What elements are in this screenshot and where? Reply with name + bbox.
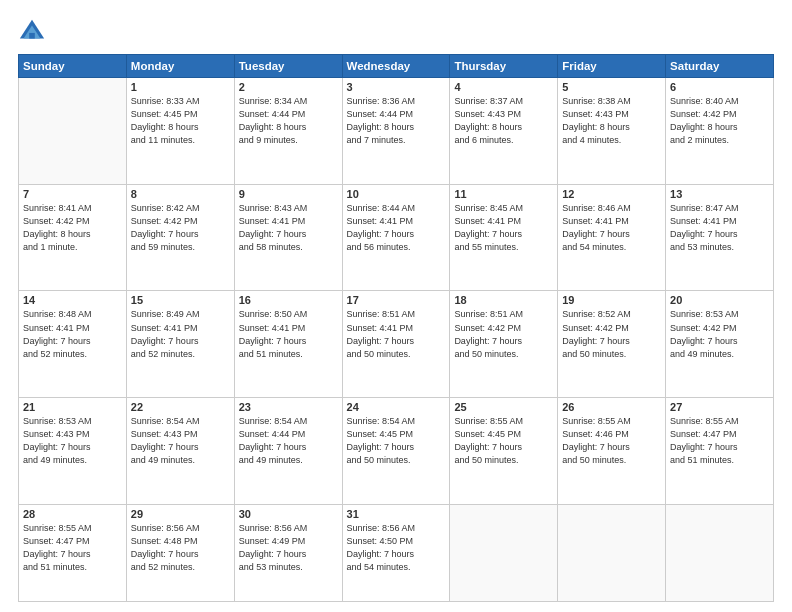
day-number: 4 xyxy=(454,81,553,93)
calendar-cell: 16Sunrise: 8:50 AM Sunset: 4:41 PM Dayli… xyxy=(234,291,342,398)
calendar-cell: 6Sunrise: 8:40 AM Sunset: 4:42 PM Daylig… xyxy=(666,78,774,185)
day-number: 15 xyxy=(131,294,230,306)
calendar-week-row: 28Sunrise: 8:55 AM Sunset: 4:47 PM Dayli… xyxy=(19,504,774,601)
day-info: Sunrise: 8:33 AM Sunset: 4:45 PM Dayligh… xyxy=(131,95,230,147)
page: SundayMondayTuesdayWednesdayThursdayFrid… xyxy=(0,0,792,612)
day-number: 9 xyxy=(239,188,338,200)
calendar-week-row: 7Sunrise: 8:41 AM Sunset: 4:42 PM Daylig… xyxy=(19,184,774,291)
day-info: Sunrise: 8:51 AM Sunset: 4:41 PM Dayligh… xyxy=(347,308,446,360)
calendar-cell: 28Sunrise: 8:55 AM Sunset: 4:47 PM Dayli… xyxy=(19,504,127,601)
day-number: 27 xyxy=(670,401,769,413)
calendar-cell: 5Sunrise: 8:38 AM Sunset: 4:43 PM Daylig… xyxy=(558,78,666,185)
day-info: Sunrise: 8:54 AM Sunset: 4:45 PM Dayligh… xyxy=(347,415,446,467)
weekday-header: Sunday xyxy=(19,55,127,78)
calendar-cell: 2Sunrise: 8:34 AM Sunset: 4:44 PM Daylig… xyxy=(234,78,342,185)
day-info: Sunrise: 8:50 AM Sunset: 4:41 PM Dayligh… xyxy=(239,308,338,360)
calendar-cell: 23Sunrise: 8:54 AM Sunset: 4:44 PM Dayli… xyxy=(234,398,342,505)
calendar-cell xyxy=(558,504,666,601)
calendar-cell: 15Sunrise: 8:49 AM Sunset: 4:41 PM Dayli… xyxy=(126,291,234,398)
day-info: Sunrise: 8:53 AM Sunset: 4:43 PM Dayligh… xyxy=(23,415,122,467)
calendar-cell: 17Sunrise: 8:51 AM Sunset: 4:41 PM Dayli… xyxy=(342,291,450,398)
calendar-cell: 18Sunrise: 8:51 AM Sunset: 4:42 PM Dayli… xyxy=(450,291,558,398)
day-info: Sunrise: 8:40 AM Sunset: 4:42 PM Dayligh… xyxy=(670,95,769,147)
day-number: 3 xyxy=(347,81,446,93)
day-number: 5 xyxy=(562,81,661,93)
svg-rect-2 xyxy=(29,33,35,39)
day-info: Sunrise: 8:56 AM Sunset: 4:50 PM Dayligh… xyxy=(347,522,446,574)
calendar-cell: 22Sunrise: 8:54 AM Sunset: 4:43 PM Dayli… xyxy=(126,398,234,505)
day-number: 20 xyxy=(670,294,769,306)
day-number: 18 xyxy=(454,294,553,306)
day-number: 7 xyxy=(23,188,122,200)
calendar-cell: 31Sunrise: 8:56 AM Sunset: 4:50 PM Dayli… xyxy=(342,504,450,601)
day-info: Sunrise: 8:55 AM Sunset: 4:46 PM Dayligh… xyxy=(562,415,661,467)
day-info: Sunrise: 8:49 AM Sunset: 4:41 PM Dayligh… xyxy=(131,308,230,360)
day-number: 19 xyxy=(562,294,661,306)
day-info: Sunrise: 8:34 AM Sunset: 4:44 PM Dayligh… xyxy=(239,95,338,147)
day-info: Sunrise: 8:55 AM Sunset: 4:47 PM Dayligh… xyxy=(23,522,122,574)
day-number: 21 xyxy=(23,401,122,413)
calendar-cell: 9Sunrise: 8:43 AM Sunset: 4:41 PM Daylig… xyxy=(234,184,342,291)
day-info: Sunrise: 8:41 AM Sunset: 4:42 PM Dayligh… xyxy=(23,202,122,254)
day-number: 29 xyxy=(131,508,230,520)
day-info: Sunrise: 8:56 AM Sunset: 4:49 PM Dayligh… xyxy=(239,522,338,574)
logo-icon xyxy=(18,18,46,46)
day-number: 6 xyxy=(670,81,769,93)
day-number: 2 xyxy=(239,81,338,93)
calendar-week-row: 1Sunrise: 8:33 AM Sunset: 4:45 PM Daylig… xyxy=(19,78,774,185)
day-number: 11 xyxy=(454,188,553,200)
logo xyxy=(18,18,52,46)
day-info: Sunrise: 8:38 AM Sunset: 4:43 PM Dayligh… xyxy=(562,95,661,147)
day-number: 26 xyxy=(562,401,661,413)
day-info: Sunrise: 8:52 AM Sunset: 4:42 PM Dayligh… xyxy=(562,308,661,360)
weekday-header: Thursday xyxy=(450,55,558,78)
calendar-cell: 4Sunrise: 8:37 AM Sunset: 4:43 PM Daylig… xyxy=(450,78,558,185)
calendar-cell: 21Sunrise: 8:53 AM Sunset: 4:43 PM Dayli… xyxy=(19,398,127,505)
calendar-cell: 12Sunrise: 8:46 AM Sunset: 4:41 PM Dayli… xyxy=(558,184,666,291)
day-number: 12 xyxy=(562,188,661,200)
calendar-cell: 3Sunrise: 8:36 AM Sunset: 4:44 PM Daylig… xyxy=(342,78,450,185)
calendar-cell: 1Sunrise: 8:33 AM Sunset: 4:45 PM Daylig… xyxy=(126,78,234,185)
calendar-cell: 29Sunrise: 8:56 AM Sunset: 4:48 PM Dayli… xyxy=(126,504,234,601)
calendar-cell xyxy=(19,78,127,185)
day-number: 17 xyxy=(347,294,446,306)
weekday-header: Saturday xyxy=(666,55,774,78)
day-number: 1 xyxy=(131,81,230,93)
day-number: 16 xyxy=(239,294,338,306)
day-info: Sunrise: 8:51 AM Sunset: 4:42 PM Dayligh… xyxy=(454,308,553,360)
weekday-header: Wednesday xyxy=(342,55,450,78)
day-number: 22 xyxy=(131,401,230,413)
header xyxy=(18,18,774,46)
day-info: Sunrise: 8:37 AM Sunset: 4:43 PM Dayligh… xyxy=(454,95,553,147)
calendar-cell: 14Sunrise: 8:48 AM Sunset: 4:41 PM Dayli… xyxy=(19,291,127,398)
day-info: Sunrise: 8:48 AM Sunset: 4:41 PM Dayligh… xyxy=(23,308,122,360)
day-number: 10 xyxy=(347,188,446,200)
day-info: Sunrise: 8:46 AM Sunset: 4:41 PM Dayligh… xyxy=(562,202,661,254)
day-info: Sunrise: 8:42 AM Sunset: 4:42 PM Dayligh… xyxy=(131,202,230,254)
calendar-week-row: 14Sunrise: 8:48 AM Sunset: 4:41 PM Dayli… xyxy=(19,291,774,398)
calendar-cell: 13Sunrise: 8:47 AM Sunset: 4:41 PM Dayli… xyxy=(666,184,774,291)
day-number: 24 xyxy=(347,401,446,413)
calendar-cell: 11Sunrise: 8:45 AM Sunset: 4:41 PM Dayli… xyxy=(450,184,558,291)
day-info: Sunrise: 8:47 AM Sunset: 4:41 PM Dayligh… xyxy=(670,202,769,254)
day-number: 14 xyxy=(23,294,122,306)
day-number: 28 xyxy=(23,508,122,520)
calendar-cell: 26Sunrise: 8:55 AM Sunset: 4:46 PM Dayli… xyxy=(558,398,666,505)
calendar-table: SundayMondayTuesdayWednesdayThursdayFrid… xyxy=(18,54,774,602)
day-info: Sunrise: 8:54 AM Sunset: 4:43 PM Dayligh… xyxy=(131,415,230,467)
day-info: Sunrise: 8:56 AM Sunset: 4:48 PM Dayligh… xyxy=(131,522,230,574)
day-info: Sunrise: 8:43 AM Sunset: 4:41 PM Dayligh… xyxy=(239,202,338,254)
day-info: Sunrise: 8:45 AM Sunset: 4:41 PM Dayligh… xyxy=(454,202,553,254)
calendar-cell: 20Sunrise: 8:53 AM Sunset: 4:42 PM Dayli… xyxy=(666,291,774,398)
day-number: 13 xyxy=(670,188,769,200)
day-info: Sunrise: 8:36 AM Sunset: 4:44 PM Dayligh… xyxy=(347,95,446,147)
calendar-cell: 27Sunrise: 8:55 AM Sunset: 4:47 PM Dayli… xyxy=(666,398,774,505)
day-number: 23 xyxy=(239,401,338,413)
calendar-cell: 19Sunrise: 8:52 AM Sunset: 4:42 PM Dayli… xyxy=(558,291,666,398)
calendar-cell: 24Sunrise: 8:54 AM Sunset: 4:45 PM Dayli… xyxy=(342,398,450,505)
day-number: 25 xyxy=(454,401,553,413)
calendar-cell xyxy=(450,504,558,601)
day-number: 31 xyxy=(347,508,446,520)
day-number: 30 xyxy=(239,508,338,520)
calendar-cell: 30Sunrise: 8:56 AM Sunset: 4:49 PM Dayli… xyxy=(234,504,342,601)
